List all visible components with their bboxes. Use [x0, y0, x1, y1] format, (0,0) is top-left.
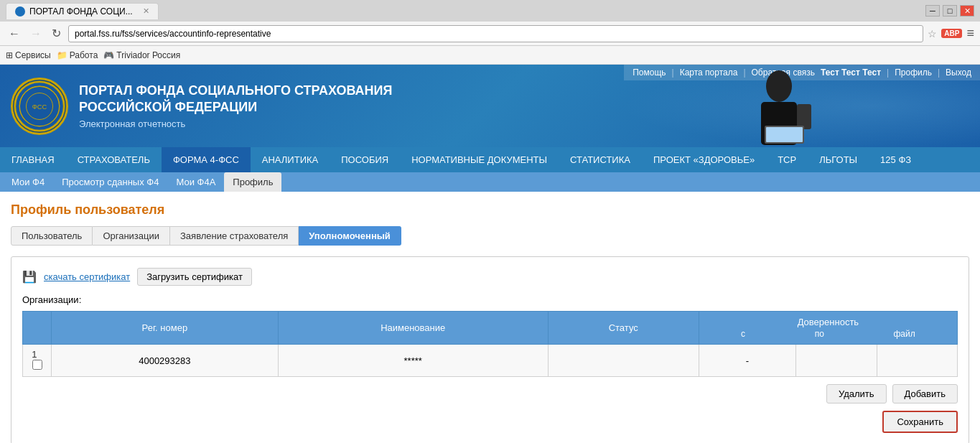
save-section: Сохранить: [22, 411, 958, 433]
panel-toolbar: 💾 скачать сертификат Загрузить сертифика…: [22, 268, 958, 286]
logo-svg: ФСС: [13, 79, 66, 134]
triviador-icon: 🎮: [103, 50, 114, 60]
subnav-moi-f4[interactable]: Мои Ф4: [3, 172, 53, 192]
tab-title: ПОРТАЛ ФОНДА СОЦИ...: [29, 6, 133, 17]
row-checkbox[interactable]: [32, 360, 42, 370]
nav-item-forma4[interactable]: ФОРМА 4-ФСС: [162, 147, 251, 172]
bookmark-triviador-label: Triviador Россия: [116, 50, 180, 60]
tab-close-button[interactable]: ✕: [143, 6, 149, 16]
browser-chrome: ПОРТАЛ ФОНДА СОЦИ... ✕ ─ □ ✕ ← → ↻ ☆ АВР…: [0, 0, 980, 65]
header-title-line2: РОССИЙСКОЙ ФЕДЕРАЦИИ: [79, 99, 980, 116]
logout-link[interactable]: Выход: [946, 67, 971, 78]
download-cert-link[interactable]: скачать сертификат: [44, 271, 130, 282]
bookmarks-bar: ⊞ Сервисы 📁 Работа 🎮 Triviador Россия: [0, 46, 980, 65]
nav-item-analytics[interactable]: АНАЛИТИКА: [251, 147, 330, 172]
save-button[interactable]: Сохранить: [882, 411, 958, 433]
browser-tab[interactable]: ПОРТАЛ ФОНДА СОЦИ... ✕: [6, 3, 159, 19]
cell-reg-number: 4000293283: [52, 345, 279, 377]
address-bar[interactable]: [68, 25, 923, 42]
back-button[interactable]: ←: [6, 26, 23, 42]
th-reg-number: Рег. номер: [52, 312, 279, 345]
bookmark-triviador[interactable]: 🎮 Triviador Россия: [103, 50, 180, 60]
content-panel: 💾 скачать сертификат Загрузить сертифика…: [11, 256, 969, 443]
th-num: [23, 312, 52, 345]
bookmark-work-label: Работа: [70, 50, 98, 60]
tab-organizations[interactable]: Организации: [93, 226, 170, 246]
header-subtitle: Электронная отчетность: [79, 118, 980, 129]
th-name: Наименование: [278, 312, 548, 345]
orgs-label: Организации:: [22, 294, 958, 305]
cell-num: 1: [23, 345, 52, 377]
nav-item-125fz[interactable]: 125 ФЗ: [869, 147, 923, 172]
action-row: Удалить Добавить: [22, 384, 958, 404]
table-row: 1 4000293283 ***** -: [23, 345, 958, 377]
folder-icon: 📁: [57, 50, 67, 60]
refresh-button[interactable]: ↻: [49, 25, 64, 42]
nav-item-statistics[interactable]: СТАТИСТИКА: [559, 147, 642, 172]
download-icon: 💾: [22, 270, 37, 284]
page: Помощь | Карта портала | Обратная связь …: [0, 65, 980, 443]
table-header-row: Рег. номер Наименование Статус Доверенно…: [23, 312, 958, 345]
tab-application[interactable]: Заявление страхователя: [170, 226, 299, 246]
menu-button[interactable]: ≡: [966, 26, 974, 41]
cell-dov-s: -: [699, 345, 795, 377]
maximize-button[interactable]: □: [943, 5, 957, 17]
th-dov-s: с: [741, 329, 745, 339]
profile-tabs: Пользователь Организации Заявление страх…: [11, 226, 969, 246]
subnav-moi-f4a[interactable]: Мои Ф4А: [167, 172, 224, 192]
apps-icon: ⊞: [6, 50, 13, 60]
bookmark-apps-label: Сервисы: [15, 50, 51, 60]
site-header: Помощь | Карта портала | Обратная связь …: [0, 65, 980, 147]
logo-circle: ФСС: [11, 78, 68, 135]
sub-nav: Мои Ф4 Просмотр сданных Ф4 Мои Ф4А Профи…: [0, 172, 980, 192]
cell-name: *****: [278, 345, 548, 377]
bookmark-apps[interactable]: ⊞ Сервисы: [6, 50, 51, 60]
subnav-profile[interactable]: Профиль: [224, 172, 281, 192]
cell-dov-file: [877, 345, 957, 377]
forward-button[interactable]: →: [27, 26, 45, 42]
nav-item-benefits[interactable]: ПОСОБИЯ: [330, 147, 400, 172]
th-dov-po: по: [815, 329, 824, 339]
content-area: Профиль пользователя Пользователь Органи…: [0, 192, 980, 443]
profile-link[interactable]: Профиль: [895, 67, 932, 78]
main-nav: ГЛАВНАЯ СТРАХОВАТЕЛЬ ФОРМА 4-ФСС АНАЛИТИ…: [0, 147, 980, 172]
help-link[interactable]: Помощь: [633, 67, 666, 78]
bookmark-work[interactable]: 📁 Работа: [57, 50, 98, 60]
tab-favicon: [15, 6, 25, 17]
close-button[interactable]: ✕: [960, 5, 974, 17]
minimize-button[interactable]: ─: [925, 5, 940, 17]
delete-button[interactable]: Удалить: [826, 384, 887, 404]
page-title: Профиль пользователя: [11, 202, 969, 218]
th-status: Статус: [548, 312, 699, 345]
header-text: ПОРТАЛ ФОНДА СОЦИАЛЬНОГО СТРАХОВАНИЯ РОС…: [79, 83, 980, 130]
nav-item-docs[interactable]: НОРМАТИВНЫЕ ДОКУМЕНТЫ: [400, 147, 559, 172]
header-logo: ФСС: [0, 70, 79, 142]
subnav-view-f4[interactable]: Просмотр сданных Ф4: [53, 172, 167, 192]
nav-item-home[interactable]: ГЛАВНАЯ: [0, 147, 66, 172]
window-controls: ─ □ ✕: [925, 5, 974, 17]
cell-dov-po: [796, 345, 877, 377]
nav-item-benefits2[interactable]: ЛЬГОТЫ: [808, 147, 869, 172]
browser-toolbar: ← → ↻ ☆ АВР ≡: [0, 22, 980, 46]
organizations-table: Рег. номер Наименование Статус Доверенно…: [22, 311, 958, 377]
tab-authorized[interactable]: Уполномоченный: [299, 226, 401, 246]
browser-titlebar: ПОРТАЛ ФОНДА СОЦИ... ✕ ─ □ ✕: [0, 0, 980, 22]
cell-status: [548, 345, 699, 377]
bookmark-star-icon[interactable]: ☆: [928, 28, 937, 39]
th-dov-file: файл: [893, 329, 915, 339]
nav-item-strahovatel[interactable]: СТРАХОВАТЕЛЬ: [66, 147, 162, 172]
row-number: 1: [32, 349, 37, 360]
header-title-line1: ПОРТАЛ ФОНДА СОЦИАЛЬНОГО СТРАХОВАНИЯ: [79, 83, 980, 99]
nav-item-tsr[interactable]: ТСР: [766, 147, 808, 172]
svg-text:ФСС: ФСС: [32, 103, 47, 110]
upload-cert-button[interactable]: Загрузить сертификат: [137, 268, 252, 286]
abp-button[interactable]: АВР: [941, 29, 962, 38]
th-doverennost: Доверенность с по файл: [699, 312, 957, 345]
add-button[interactable]: Добавить: [892, 384, 958, 404]
nav-item-health[interactable]: ПРОЕКТ «ЗДОРОВЬЕ»: [642, 147, 766, 172]
tab-user[interactable]: Пользователь: [11, 226, 93, 246]
